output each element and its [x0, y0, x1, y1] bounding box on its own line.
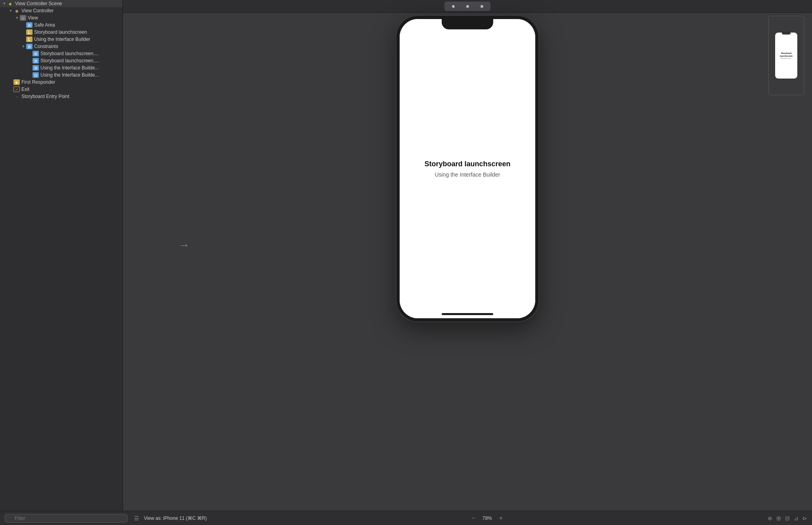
mini-phone-notch	[782, 33, 791, 35]
icon-constraints: ⊞	[26, 44, 33, 49]
sidebar-item-constraint-3[interactable]: ⊞Using the Interface Builde...	[0, 64, 123, 71]
icon-first-responder: ◈	[13, 79, 20, 85]
icon-safe-area: ⊞	[26, 22, 33, 28]
canvas-toolbar: ■ ■ ■	[123, 0, 812, 13]
toolbar-segment: ■ ■ ■	[444, 2, 490, 11]
sidebar-item-constraints[interactable]: ▼⊞Constraints	[0, 43, 123, 50]
iphone-mockup: Storyboard launchscreen Using the Interf…	[396, 16, 538, 321]
label-safe-area: Safe Area	[34, 22, 55, 28]
filter-input[interactable]	[5, 514, 128, 523]
disclosure-view-controller[interactable]: ▼	[8, 9, 13, 13]
icon-constraint-3: ⊞	[33, 65, 39, 71]
bottom-icon-1[interactable]: ⊕	[768, 515, 772, 521]
sidebar-item-safe-area[interactable]: ⊞Safe Area	[0, 21, 123, 29]
mini-preview: Storyboard launchscreen Using the Inter.…	[768, 16, 804, 95]
sidebar-item-storyboard-launchscreen[interactable]: LStoryboard launchscreen	[0, 29, 123, 36]
bottom-icon-5[interactable]: ⊳	[802, 515, 807, 521]
canvas-area: ■ ■ ■ → Storyboard launchscreen Using th…	[123, 0, 812, 511]
iphone-home-indicator	[442, 313, 493, 315]
sidebar-item-view[interactable]: ▼□View	[0, 14, 123, 21]
label-view-controller: View Controller	[21, 8, 54, 13]
icon-storyboard-launchscreen: L	[26, 29, 33, 35]
label-constraint-1: Storyboard launchscreen....	[40, 51, 99, 56]
icon-storyboard-entry: →	[13, 94, 20, 99]
sidebar: ▼◆View Controller Scene▼◉View Controller…	[0, 0, 123, 511]
bottom-right-icons: ⊕ ⊞ ⊟ ⊿ ⊳	[768, 515, 807, 521]
label-constraint-3: Using the Interface Builde...	[40, 65, 99, 71]
label-constraint-4: Using the Interface Builde...	[40, 72, 99, 78]
mini-phone-title: Storyboard launchscreen	[775, 52, 797, 57]
zoom-out-button[interactable]: −	[471, 515, 475, 522]
sidebar-item-storyboard-entry[interactable]: →Storyboard Entry Point	[0, 93, 123, 100]
zoom-in-button[interactable]: +	[499, 515, 503, 522]
icon-constraint-1: ⊞	[33, 51, 39, 56]
disclosure-constraints[interactable]: ▼	[21, 44, 26, 48]
disclosure-view[interactable]: ▼	[14, 16, 20, 20]
iphone-main-subtitle: Using the Interface Builder	[435, 171, 500, 178]
sidebar-item-constraint-2[interactable]: ⊞Storyboard launchscreen....	[0, 57, 123, 64]
mini-phone: Storyboard launchscreen Using the Inter.…	[774, 32, 798, 79]
bottom-icon-2[interactable]: ⊞	[776, 515, 781, 521]
sidebar-item-using-interface-builder[interactable]: LUsing the Interface Builder	[0, 36, 123, 43]
mini-preview-inner: Storyboard launchscreen Using the Inter.…	[769, 16, 804, 95]
toolbar-btn-1[interactable]: ■	[449, 2, 457, 10]
label-constraint-2: Storyboard launchscreen....	[40, 58, 99, 63]
bottom-bar: ⊕ ☰ View as: iPhone 11 (⌘C ⌘R) − 78% + ⊕…	[0, 511, 812, 525]
icon-view-controller-scene: ◆	[7, 1, 13, 6]
icon-constraint-4: ⊟	[33, 72, 39, 78]
filter-wrapper: ⊕	[5, 514, 128, 523]
toolbar-btn-3[interactable]: ■	[478, 2, 486, 10]
sidebar-toggle-icon[interactable]: ☰	[134, 515, 139, 521]
label-storyboard-entry: Storyboard Entry Point	[21, 94, 69, 99]
bottom-main: ☰ View as: iPhone 11 (⌘C ⌘R) − 78% + ⊕ ⊞…	[134, 515, 807, 522]
label-view-controller-scene: View Controller Scene	[15, 1, 62, 6]
disclosure-view-controller-scene[interactable]: ▼	[2, 2, 7, 6]
sidebar-item-constraint-4[interactable]: ⊟Using the Interface Builde...	[0, 71, 123, 79]
sidebar-item-view-controller-scene[interactable]: ▼◆View Controller Scene	[0, 0, 123, 7]
label-constraints: Constraints	[34, 44, 58, 49]
view-as-label: View as: iPhone 11 (⌘C ⌘R)	[144, 515, 207, 521]
label-view: View	[28, 15, 38, 21]
zoom-level-label: 78%	[479, 515, 495, 521]
label-exit: Exit	[21, 87, 29, 92]
label-storyboard-launchscreen: Storyboard launchscreen	[34, 29, 87, 35]
iphone-notch	[442, 19, 493, 29]
sidebar-item-constraint-1[interactable]: ⊞Storyboard launchscreen....	[0, 50, 123, 57]
sidebar-item-view-controller[interactable]: ▼◉View Controller	[0, 7, 123, 14]
toolbar-btn-2[interactable]: ■	[463, 2, 471, 10]
iphone-content: Storyboard launchscreen Using the Interf…	[400, 19, 535, 318]
icon-exit: ⤶	[13, 87, 20, 92]
bottom-icon-4[interactable]: ⊿	[794, 515, 799, 521]
iphone-frame: Storyboard launchscreen Using the Interf…	[396, 16, 538, 321]
storyboard-entry-arrow: →	[178, 239, 190, 252]
iphone-main-title: Storyboard launchscreen	[424, 160, 510, 168]
zoom-controls: − 78% +	[471, 515, 503, 522]
icon-view-controller: ◉	[13, 8, 20, 13]
bottom-left: ⊕	[5, 514, 128, 523]
mini-phone-subtitle: Using the Inter...	[780, 57, 792, 59]
label-first-responder: First Responder	[21, 79, 55, 85]
icon-constraint-2: ⊞	[33, 58, 39, 63]
sidebar-item-first-responder[interactable]: ◈First Responder	[0, 79, 123, 86]
label-using-interface-builder: Using the Interface Builder	[34, 37, 90, 42]
icon-using-interface-builder: L	[26, 37, 33, 42]
sidebar-item-exit[interactable]: ⤶Exit	[0, 86, 123, 93]
icon-view: □	[20, 15, 26, 21]
bottom-icon-3[interactable]: ⊟	[785, 515, 790, 521]
